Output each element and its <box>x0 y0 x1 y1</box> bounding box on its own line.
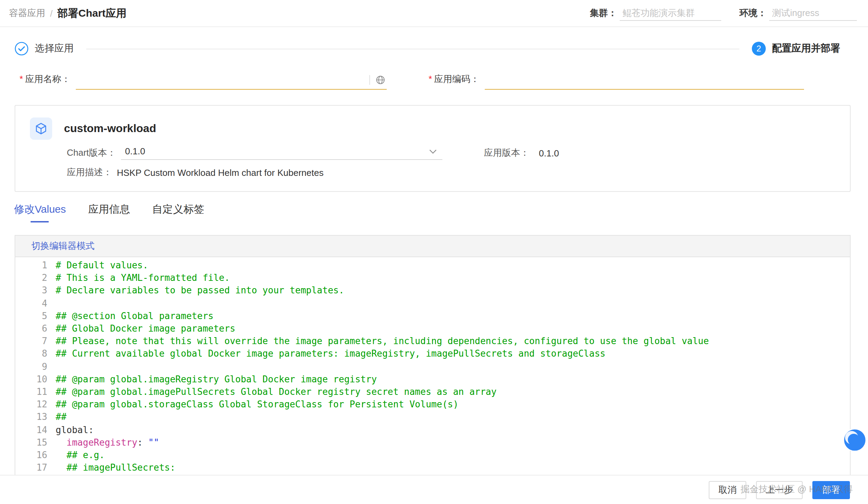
topbar-context-selectors: 集群： 环境： <box>590 6 857 21</box>
line-text <box>56 297 61 310</box>
app-version-label: 应用版本： <box>484 147 529 159</box>
code-line: 1# Default values. <box>15 259 850 272</box>
community-logo <box>843 428 867 452</box>
cluster-label: 集群： <box>590 7 617 19</box>
chart-card-head: custom-workload <box>30 117 850 140</box>
code-line: 7## Please, note that this will override… <box>15 335 850 348</box>
line-number: 11 <box>15 386 56 398</box>
previous-step-button[interactable]: 上一步 <box>756 481 803 499</box>
line-number: 10 <box>15 373 56 386</box>
line-text: global: <box>56 424 94 436</box>
chart-name: custom-workload <box>64 122 156 135</box>
chart-version-value: 0.1.0 <box>125 146 145 156</box>
line-text: ## e.g. <box>56 449 105 462</box>
line-number: 14 <box>15 424 56 436</box>
line-number: 8 <box>15 348 56 360</box>
code-line: 12## @param global.storageClass Global S… <box>15 398 850 411</box>
line-text: ## Please, note that this will override … <box>56 335 709 348</box>
app-code-input-wrap <box>485 72 804 90</box>
line-text: ## <box>56 411 66 424</box>
tab-app-info[interactable]: 应用信息 <box>88 203 130 222</box>
line-text: # This is a YAML-formatted file. <box>56 272 230 284</box>
tab-modify-values[interactable]: 修改Values <box>14 203 66 222</box>
input-divider <box>369 75 370 85</box>
chart-version-label: Chart版本： <box>67 147 116 159</box>
app-code-field: *应用编码： <box>428 72 804 90</box>
line-text: ## Global Docker image parameters <box>56 323 235 335</box>
page-title: 部署Chart应用 <box>57 7 126 20</box>
line-number: 6 <box>15 323 56 335</box>
step-configure-deploy: 2 配置应用并部署 <box>752 42 840 56</box>
step2-label: 配置应用并部署 <box>772 42 840 55</box>
code-line: 4 <box>15 297 850 310</box>
breadcrumb: 容器应用 / 部署Chart应用 <box>9 7 127 20</box>
globe-icon[interactable] <box>374 75 387 85</box>
editor-toolbar: 切换编辑器模式 <box>15 236 850 257</box>
breadcrumb-parent-link[interactable]: 容器应用 <box>9 7 45 19</box>
chevron-down-icon <box>429 146 437 156</box>
code-line: 6## Global Docker image parameters <box>15 323 850 335</box>
description-value: HSKP Custom Workload Helm chart for Kube… <box>117 167 323 178</box>
tab-custom-labels[interactable]: 自定义标签 <box>152 203 204 222</box>
line-number: 17 <box>15 462 56 474</box>
line-text: ## @section Global parameters <box>56 310 214 323</box>
line-text: ## @param global.imageRegistry Global Do… <box>56 373 377 386</box>
description-label: 应用描述： <box>67 166 112 179</box>
chart-cube-icon <box>30 117 52 140</box>
app-name-input[interactable] <box>76 72 368 88</box>
line-number: 1 <box>15 259 56 272</box>
line-text: ## @param global.imagePullSecrets Global… <box>56 386 497 398</box>
code-line: 8## Current available global Docker imag… <box>15 348 850 360</box>
step-connector-line <box>86 48 739 49</box>
editor-mode-toggle-link[interactable]: 切换编辑器模式 <box>31 240 95 252</box>
topbar: 容器应用 / 部署Chart应用 集群： 环境： <box>0 0 868 27</box>
app-code-label: *应用编码： <box>428 73 479 90</box>
deploy-button[interactable]: 部署 <box>812 481 850 499</box>
env-input[interactable] <box>769 6 857 21</box>
line-text: imageRegistry: "" <box>56 437 159 449</box>
code-line: 2# This is a YAML-formatted file. <box>15 272 850 284</box>
code-line: 13## <box>15 411 850 424</box>
app-form-row: *应用名称： *应用编码： <box>19 72 851 90</box>
step2-number-badge: 2 <box>752 42 766 56</box>
line-number: 5 <box>15 310 56 323</box>
code-line: 3# Declare variables to be passed into y… <box>15 285 850 297</box>
chart-description-row: 应用描述： HSKP Custom Workload Helm chart fo… <box>67 166 850 179</box>
line-number: 13 <box>15 411 56 424</box>
line-number: 4 <box>15 297 56 310</box>
app-code-input[interactable] <box>485 72 804 88</box>
cancel-button[interactable]: 取消 <box>709 481 746 499</box>
line-text: # Declare variables to be passed into yo… <box>56 285 344 297</box>
chart-version-row: Chart版本： 0.1.0 应用版本： 0.1.0 <box>67 146 850 160</box>
line-number: 3 <box>15 285 56 297</box>
line-text: ## @param global.storageClass Global Sto… <box>56 398 458 411</box>
line-text <box>56 360 61 373</box>
app-version-value: 0.1.0 <box>539 148 559 158</box>
code-line: 16 ## e.g. <box>15 449 850 462</box>
line-number: 9 <box>15 360 56 373</box>
cluster-selector-group: 集群： <box>590 6 721 21</box>
app-name-input-wrap <box>76 72 387 90</box>
code-line: 10## @param global.imageRegistry Global … <box>15 373 850 386</box>
code-line: 17 ## imagePullSecrets: <box>15 462 850 474</box>
env-label: 环境： <box>739 7 766 19</box>
footer-action-bar: 取消 上一步 部署 <box>0 475 868 504</box>
code-line: 14global: <box>15 424 850 436</box>
required-mark: * <box>19 74 23 84</box>
chart-version-select[interactable]: 0.1.0 <box>121 146 442 160</box>
line-text: ## Current available global Docker image… <box>56 348 605 360</box>
line-number: 7 <box>15 335 56 348</box>
app-name-label: *应用名称： <box>19 73 70 90</box>
deploy-chart-page: 容器应用 / 部署Chart应用 集群： 环境： 选择应用 <box>0 0 868 504</box>
values-editor-panel: 切换编辑器模式 1# Default values.2# This is a Y… <box>15 235 851 477</box>
line-number: 2 <box>15 272 56 284</box>
required-mark: * <box>428 74 432 84</box>
line-text: ## imagePullSecrets: <box>56 462 175 474</box>
line-number: 16 <box>15 449 56 462</box>
env-selector-group: 环境： <box>739 6 857 21</box>
values-yaml-editor[interactable]: 1# Default values.2# This is a YAML-form… <box>15 257 850 476</box>
code-line: 5## @section Global parameters <box>15 310 850 323</box>
cluster-input[interactable] <box>620 6 721 21</box>
breadcrumb-separator: / <box>50 8 53 18</box>
chart-card: custom-workload Chart版本： 0.1.0 应用版本： 0.1… <box>15 105 851 192</box>
